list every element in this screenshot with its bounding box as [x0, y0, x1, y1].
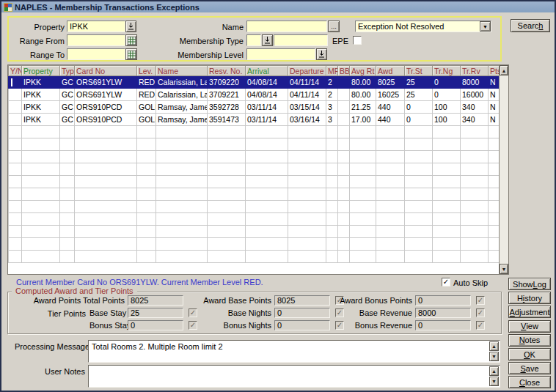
cell[interactable]: 0 [433, 76, 461, 89]
cell[interactable]: 3591473 [208, 114, 246, 126]
cell[interactable]: 03/16/14 [288, 114, 326, 126]
cell[interactable] [338, 101, 350, 114]
cell[interactable]: 21.25 [350, 101, 376, 114]
property-field[interactable]: IPKK [67, 21, 125, 32]
cell[interactable]: Calarissian, Lando [156, 89, 208, 101]
table-row[interactable]: IPKKGCORS910PCDGOLDRamsay, James35927280… [9, 101, 500, 114]
membership-level-lov-button[interactable] [316, 48, 327, 60]
cell[interactable]: 8000 [461, 76, 489, 89]
range-to-field[interactable] [67, 48, 125, 60]
cell[interactable]: 3709221 [208, 89, 246, 101]
name-field[interactable] [246, 21, 327, 32]
cell[interactable]: 3 [326, 114, 338, 126]
cell[interactable]: Ramsay, James [156, 101, 208, 114]
ok-button[interactable]: OK [508, 348, 551, 360]
user-notes-box[interactable]: ▲ ▼ [88, 365, 500, 388]
cell[interactable]: 0 [433, 89, 461, 101]
cell[interactable]: RED [137, 89, 156, 101]
table-row[interactable]: IPKKGCORS691YLWREDCalarissian, Lando3709… [9, 76, 500, 89]
scroll-down-button[interactable]: ▼ [489, 377, 499, 386]
cell[interactable]: Ramsay, James [156, 114, 208, 126]
award-bonus-points-checkbox[interactable] [476, 296, 485, 305]
cell[interactable]: 16025 [376, 89, 405, 101]
cell[interactable]: GC [60, 114, 75, 126]
cell[interactable]: 04/11/14 [288, 76, 326, 89]
show-log-button[interactable]: Show Log [508, 278, 551, 290]
range-from-field[interactable] [67, 34, 125, 46]
cell[interactable]: 04/08/14 [246, 89, 288, 101]
cell[interactable]: IPKK [22, 76, 60, 89]
cell[interactable]: 16000 [461, 89, 489, 101]
cell[interactable] [338, 114, 350, 126]
cell[interactable]: IPKK [22, 114, 60, 126]
name-lookup-button[interactable]: ... [328, 21, 340, 32]
cell[interactable]: 8025 [376, 76, 405, 89]
cell[interactable]: ORS910PCD [75, 114, 137, 126]
cell[interactable]: 0 [405, 101, 433, 114]
cell[interactable]: 3 [326, 101, 338, 114]
cell[interactable]: ORS691YLW [75, 89, 137, 101]
property-lov-button[interactable] [125, 21, 136, 32]
scroll-down-button[interactable]: ▼ [489, 352, 499, 361]
cell[interactable]: GOLD [137, 114, 156, 126]
cell[interactable]: GC [60, 101, 75, 114]
cell[interactable] [9, 114, 22, 126]
cell[interactable]: ORS910PCD [75, 101, 137, 114]
cell[interactable]: 25 [405, 89, 433, 101]
scroll-up-button[interactable]: ▲ [500, 65, 508, 75]
cell[interactable]: 100 [433, 114, 461, 126]
range-from-calendar-button[interactable] [125, 34, 137, 46]
history-button[interactable]: History [508, 292, 551, 304]
cell[interactable]: 03/11/14 [246, 101, 288, 114]
table-scrollbar[interactable]: ▲ ▼ [499, 65, 508, 274]
cell[interactable]: 25 [405, 76, 433, 89]
cell[interactable]: 03/11/14 [246, 114, 288, 126]
membership-level-field[interactable] [246, 48, 315, 60]
cell[interactable]: 3592728 [208, 101, 246, 114]
search-button[interactable]: Search [511, 19, 550, 32]
range-to-calendar-button[interactable] [125, 48, 137, 60]
view-button[interactable]: View [508, 320, 551, 333]
cell[interactable]: 2 [326, 89, 338, 101]
cell[interactable]: 440 [376, 101, 405, 114]
epe-checkbox[interactable] [353, 36, 362, 45]
table-row[interactable]: IPKKGCORS910PCDGOLDRamsay, James35914730… [9, 114, 500, 126]
cell[interactable]: GC [60, 76, 75, 89]
notes-button[interactable]: Notes [508, 334, 551, 347]
cell[interactable] [9, 101, 22, 114]
membership-type-code-field[interactable] [246, 34, 261, 46]
cell[interactable]: 100 [433, 101, 461, 114]
auto-skip-checkbox[interactable] [442, 278, 450, 286]
scroll-up-button[interactable]: ▲ [489, 341, 499, 351]
table-row[interactable]: IPKKGCORS691YLWREDCalarissian, Lando3709… [9, 89, 500, 101]
bonus-revenue-checkbox[interactable] [476, 321, 485, 330]
cell[interactable]: 04/08/14 [246, 76, 288, 89]
cell[interactable]: Calarissian, Lando [156, 76, 208, 89]
exception-filter-select[interactable]: Exception Not Resolved [355, 21, 491, 32]
cell[interactable]: 0 [405, 114, 433, 126]
cell[interactable] [338, 76, 350, 89]
cell[interactable]: ORS691YLW [75, 76, 137, 89]
cell[interactable]: 03/15/14 [288, 101, 326, 114]
cell[interactable]: 80.00 [350, 89, 376, 101]
cell[interactable]: IPKK [22, 89, 60, 101]
cell[interactable]: 340 [461, 101, 489, 114]
title-bar[interactable]: NAPLES - Membership Transactions Excepti… [1, 1, 555, 12]
scroll-up-button[interactable]: ▲ [489, 366, 499, 376]
save-button[interactable]: Save [508, 362, 551, 374]
cell[interactable]: 440 [376, 114, 405, 126]
close-button[interactable]: Close [508, 376, 551, 388]
cell[interactable]: 340 [461, 114, 489, 126]
cell[interactable]: GC [60, 89, 75, 101]
cell[interactable]: 2 [326, 76, 338, 89]
cell[interactable]: GOLD [137, 101, 156, 114]
processing-message-box[interactable]: Total Rooms 2. Multiple Room limit 2 ▲ ▼ [88, 340, 500, 363]
adjustment-button[interactable]: Adjustment [508, 306, 551, 318]
cell[interactable] [9, 89, 22, 101]
base-revenue-checkbox[interactable] [476, 308, 485, 317]
cell[interactable]: IPKK [22, 101, 60, 114]
exception-filter-dropdown-button[interactable]: ▼ [480, 21, 491, 32]
cell[interactable] [338, 89, 350, 101]
cell[interactable]: 04/11/14 [288, 89, 326, 101]
cell[interactable]: 80.00 [350, 76, 376, 89]
